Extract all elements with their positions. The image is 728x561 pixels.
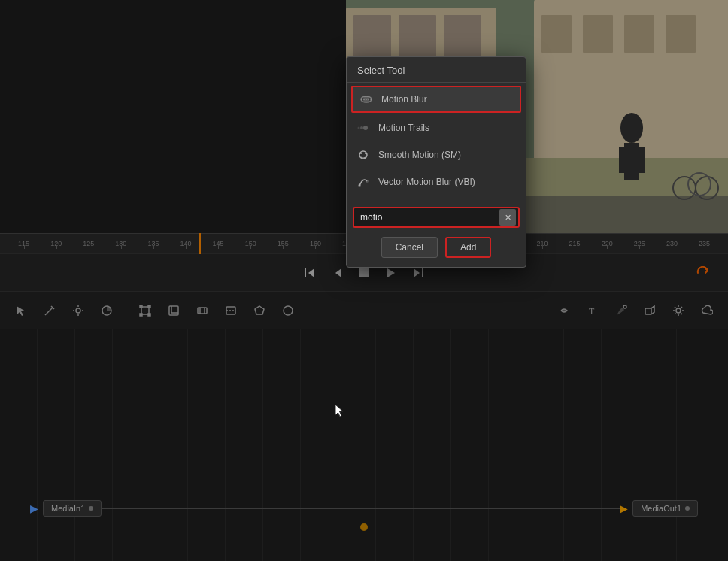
search-area: ✕ — [347, 199, 526, 231]
vector-motion-blur-icon — [356, 174, 371, 190]
svg-point-59 — [360, 126, 363, 129]
svg-point-65 — [366, 180, 369, 183]
motion-trails-icon — [356, 120, 371, 135]
smooth-motion-icon — [356, 147, 371, 162]
tool-item-vector-motion-blur[interactable]: Vector Motion Blur (VBI) — [347, 168, 526, 196]
tool-list: Motion Blur Motion Trails — [347, 86, 526, 196]
svg-point-63 — [365, 153, 366, 154]
svg-point-60 — [358, 127, 360, 129]
dialog-title: Select Tool — [347, 57, 526, 83]
dialog-buttons: Cancel Add — [347, 231, 526, 259]
search-input[interactable] — [354, 208, 499, 226]
motion-trails-label: Motion Trails — [378, 123, 429, 133]
smooth-motion-label: Smooth Motion (SM) — [378, 150, 461, 160]
vector-motion-blur-label: Vector Motion Blur (VBI) — [378, 177, 475, 187]
search-clear-button[interactable]: ✕ — [499, 209, 516, 226]
search-input-wrapper: ✕ — [353, 207, 520, 228]
svg-point-64 — [358, 184, 361, 187]
svg-point-62 — [360, 153, 362, 154]
tool-item-motion-trails[interactable]: Motion Trails — [347, 114, 526, 141]
svg-point-58 — [363, 126, 368, 130]
add-button[interactable]: Add — [445, 237, 491, 258]
cancel-button[interactable]: Cancel — [381, 237, 438, 258]
select-tool-dialog: Select Tool Motion Blur Moti — [346, 56, 526, 268]
tool-item-smooth-motion[interactable]: Smooth Motion (SM) — [347, 141, 526, 168]
tool-item-motion-blur[interactable]: Motion Blur — [351, 86, 521, 113]
motion-blur-icon — [359, 92, 374, 107]
motion-blur-label: Motion Blur — [381, 94, 427, 105]
